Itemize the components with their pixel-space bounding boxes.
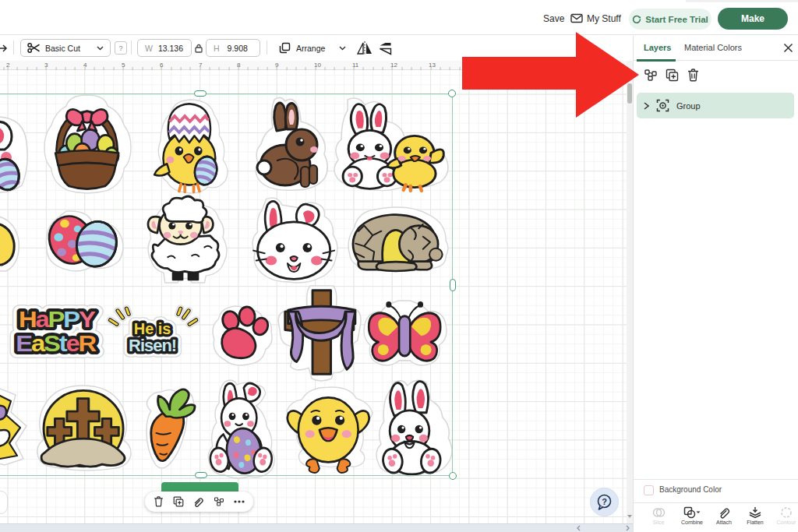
svg-text:EaSteR: EaSteR xyxy=(16,331,97,357)
svg-text:He is: He is xyxy=(134,320,171,337)
svg-text:Risen!: Risen! xyxy=(129,337,176,356)
svg-text:?: ? xyxy=(602,497,607,506)
svg-text:HaPPY: HaPPY xyxy=(19,307,96,333)
